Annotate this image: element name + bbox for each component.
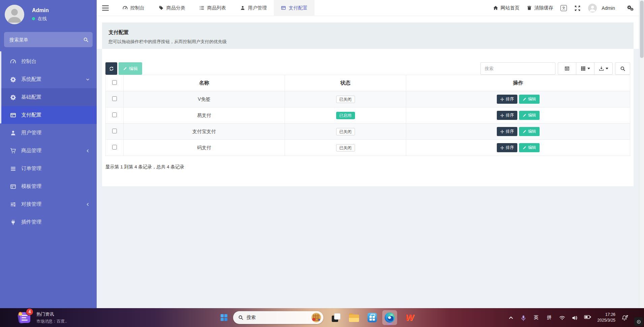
tab-user-management[interactable]: 用户管理: [233, 0, 274, 16]
row-edit-button[interactable]: 编辑: [519, 127, 540, 136]
select-all-checkbox[interactable]: [112, 80, 117, 85]
microphone-icon[interactable]: [520, 315, 526, 320]
tab-label: 商品分类: [166, 5, 185, 11]
sidebar-item-label: 商品管理: [21, 148, 41, 154]
chevron-left-icon: [86, 149, 90, 153]
edit-button[interactable]: 编辑: [119, 62, 142, 75]
ime-mode-indicator[interactable]: 拼: [546, 315, 553, 321]
page-title: 支付配置: [108, 29, 634, 36]
screen-capture-indicator[interactable]: [634, 317, 643, 326]
table-row[interactable]: 支付宝支付 已关闭 排序 编辑: [106, 124, 630, 140]
grid-icon: [581, 66, 586, 71]
sidebar-item-label: 插件管理: [21, 219, 41, 225]
table-row[interactable]: V免签 已关闭 排序 编辑: [106, 91, 630, 107]
avatar[interactable]: [5, 5, 24, 24]
move-icon: [500, 113, 504, 118]
sort-drag-button[interactable]: 排序: [497, 95, 517, 104]
page-scrollbar[interactable]: [639, 0, 644, 308]
task-view-button[interactable]: [332, 313, 341, 322]
start-button[interactable]: [221, 314, 227, 321]
table-row[interactable]: 易支付 已启用 排序 编辑: [106, 107, 630, 124]
table-search-input[interactable]: [480, 62, 555, 75]
wifi-icon[interactable]: [559, 315, 565, 320]
sidebar-user-panel: Admin 在线: [0, 0, 97, 29]
tab-dashboard[interactable]: 控制台: [116, 0, 152, 16]
record-summary: 显示第 1 到第 4 条记录，总共 4 条记录: [105, 156, 630, 170]
row-edit-button[interactable]: 编辑: [519, 95, 540, 104]
row-edit-button[interactable]: 编辑: [519, 143, 540, 152]
sidebar-item-payment-config[interactable]: 支付配置: [0, 106, 97, 124]
search-submit-button[interactable]: [615, 62, 630, 75]
pencil-icon: [123, 67, 127, 71]
widgets-subtitle: 市场消息：百度..: [36, 319, 67, 324]
move-icon: [500, 146, 504, 150]
column-header-status: 状态: [285, 75, 406, 91]
row-checkbox[interactable]: [112, 96, 117, 101]
file-explorer-button[interactable]: [349, 314, 359, 322]
avatar[interactable]: [588, 4, 597, 12]
taskbar: 4 热门资讯 市场消息：百度.. 搜索 W 英 拼: [0, 308, 644, 327]
speaker-icon[interactable]: [572, 315, 578, 320]
table-toolbar: 编辑: [105, 49, 630, 75]
row-edit-button[interactable]: 编辑: [519, 111, 540, 120]
pencil-icon: [522, 130, 526, 134]
microsoft-store-button[interactable]: [367, 313, 377, 322]
columns-button[interactable]: [576, 62, 594, 75]
sidebar-item-user-management[interactable]: 用户管理: [0, 124, 97, 142]
tab-product-list[interactable]: 商品列表: [192, 0, 233, 16]
tag-icon: [159, 5, 164, 10]
table-row[interactable]: 码支付 已关闭 排序 编辑: [106, 140, 630, 156]
battery-icon[interactable]: [584, 315, 591, 320]
row-checkbox[interactable]: [112, 112, 117, 117]
export-button[interactable]: [594, 62, 613, 75]
user-status-label: 在线: [38, 16, 47, 22]
sidebar-search-input[interactable]: [4, 37, 79, 42]
sort-drag-button[interactable]: 排序: [497, 127, 517, 136]
ime-language-indicator[interactable]: 英: [533, 315, 540, 321]
tab-product-category[interactable]: 商品分类: [152, 0, 192, 16]
site-home-link[interactable]: 网站首页: [493, 5, 519, 11]
search-icon[interactable]: [79, 32, 93, 47]
sidebar-item-basic-config[interactable]: 基础配置: [0, 88, 97, 106]
refresh-button[interactable]: [105, 62, 117, 75]
scrollbar-thumb[interactable]: [640, 1, 644, 58]
clock[interactable]: 17:26 2025/3/25: [598, 312, 615, 324]
table-card: 编辑: [102, 49, 634, 186]
wps-office-button[interactable]: W: [406, 313, 414, 322]
sort-drag-button[interactable]: 排序: [497, 111, 517, 120]
list-icon: [10, 166, 16, 172]
tab-payment-config[interactable]: 支付配置: [274, 0, 315, 16]
translate-icon[interactable]: 文: [560, 5, 567, 11]
row-checkbox[interactable]: [112, 145, 117, 150]
tab-label: 控制台: [130, 5, 144, 11]
clear-cache-link[interactable]: 清除缓存: [527, 5, 553, 11]
sidebar-item-template-management[interactable]: 模板管理: [0, 177, 97, 195]
topnav-user-name[interactable]: Admin: [602, 5, 615, 11]
fullscreen-icon[interactable]: [574, 5, 581, 11]
sidebar-item-dashboard[interactable]: 控制台: [0, 53, 97, 70]
sidebar-item-plugin-management[interactable]: 插件管理: [0, 213, 97, 231]
settings-gears-icon[interactable]: [627, 5, 634, 11]
detail-view-icon: [565, 66, 570, 71]
pencil-icon: [522, 146, 526, 150]
sort-drag-button[interactable]: 排序: [497, 143, 517, 152]
edge-browser-button[interactable]: [382, 310, 397, 325]
sidebar-item-order-management[interactable]: 订单管理: [0, 160, 97, 177]
menu-toggle-icon[interactable]: [102, 5, 109, 10]
taskbar-search[interactable]: 搜索: [233, 311, 323, 324]
status-badge: 已关闭: [336, 144, 355, 152]
trash-icon: [527, 5, 532, 10]
page-subtitle: 您可以拖动操作栏中的排序按钮，从而控制用户支付的优先级: [108, 39, 634, 45]
sidebar-item-label: 控制台: [21, 58, 36, 65]
sidebar-item-integration-management[interactable]: 对接管理: [0, 195, 97, 213]
user-status: 在线: [32, 16, 49, 22]
sidebar-item-product-management[interactable]: 商品管理: [0, 142, 97, 160]
widgets-button[interactable]: 4 热门资讯 市场消息：百度..: [18, 308, 67, 327]
sidebar-item-system-config[interactable]: 系统配置: [0, 70, 97, 88]
system-tray: 英 拼 17:26 2025/3/25: [508, 308, 629, 327]
weather-widget-icon[interactable]: [312, 313, 321, 322]
notification-bell-icon[interactable]: [622, 315, 629, 320]
tray-chevron-up-icon[interactable]: [508, 315, 514, 320]
row-checkbox[interactable]: [112, 129, 117, 133]
paging-switch-button[interactable]: [558, 62, 576, 75]
